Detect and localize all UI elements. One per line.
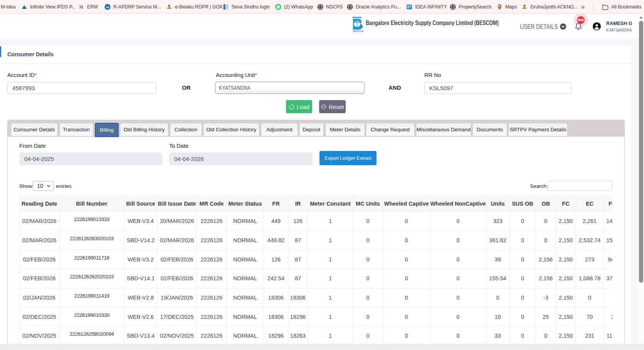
svg-text:BESCOM: BESCOM xyxy=(353,30,363,32)
svg-text:hp: hp xyxy=(106,6,109,9)
